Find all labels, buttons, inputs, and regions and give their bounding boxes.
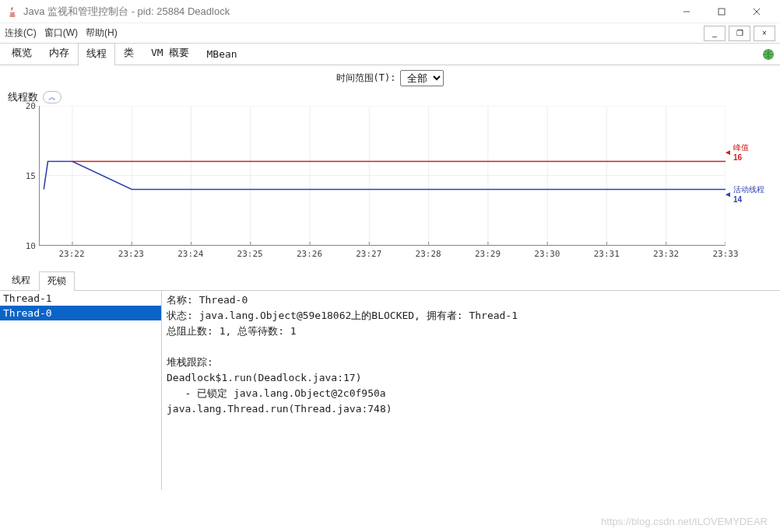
connection-status-icon xyxy=(761,47,775,61)
window-controls xyxy=(669,1,774,23)
tab-VM 概要[interactable]: VM 概要 xyxy=(142,42,198,65)
minimize-button[interactable] xyxy=(669,1,704,23)
thread-list-item[interactable]: Thread-1 xyxy=(0,291,161,306)
time-range-row: 时间范围(T): 全部 xyxy=(0,65,780,90)
watermark: https://blog.csdn.net/ILOVEMYDEAR xyxy=(601,516,768,527)
mdi-close-button[interactable]: × xyxy=(754,26,775,41)
menu-connect[interactable]: 连接(C) xyxy=(5,26,37,40)
menubar: 连接(C) 窗口(W) 帮助(H) _ ❐ × xyxy=(0,23,780,44)
thread-list[interactable]: Thread-1Thread-0 xyxy=(0,291,162,490)
thread-detail: 名称: Thread-0 状态: java.lang.Object@59e180… xyxy=(162,291,780,490)
menu-help[interactable]: 帮助(H) xyxy=(86,26,118,40)
chart-legend: 峰值16活动线程14 xyxy=(729,106,772,246)
subtab-线程[interactable]: 线程 xyxy=(3,271,39,290)
tab-MBean[interactable]: MBean xyxy=(198,44,245,65)
close-button[interactable] xyxy=(739,1,774,23)
chart-plot-area xyxy=(39,106,726,246)
time-range-label: 时间范围(T): xyxy=(336,72,396,85)
tab-类[interactable]: 类 xyxy=(115,42,142,65)
window-title: Java 监视和管理控制台 - pid: 25884 Deadlock xyxy=(23,5,669,19)
top-tabbar: 概览内存线程类VM 概要MBean xyxy=(0,44,780,65)
svg-rect-1 xyxy=(719,9,725,15)
time-range-select[interactable]: 全部 xyxy=(400,70,444,86)
mdi-restore-button[interactable]: ❐ xyxy=(729,26,750,41)
java-icon xyxy=(6,5,19,18)
deadlock-pane: Thread-1Thread-0 名称: Thread-0 状态: java.l… xyxy=(0,291,780,490)
tab-内存[interactable]: 内存 xyxy=(40,42,78,65)
sub-tabbar: 线程死锁 xyxy=(0,272,780,291)
chart-y-axis: 101520 xyxy=(8,106,39,261)
chart-x-axis: 23:2223:2323:2423:2523:2623:2723:2823:29… xyxy=(39,247,726,261)
tab-概览[interactable]: 概览 xyxy=(3,42,40,65)
collapse-chart-button[interactable]: ︽ xyxy=(43,91,61,103)
mdi-minimize-button[interactable]: _ xyxy=(704,26,726,41)
maximize-button[interactable] xyxy=(704,1,739,23)
titlebar: Java 监视和管理控制台 - pid: 25884 Deadlock xyxy=(0,0,780,23)
thread-list-item[interactable]: Thread-0 xyxy=(0,306,161,320)
subtab-死锁[interactable]: 死锁 xyxy=(39,271,75,291)
menu-window[interactable]: 窗口(W) xyxy=(44,26,78,40)
tab-线程[interactable]: 线程 xyxy=(78,43,115,65)
thread-chart-panel: 线程数 ︽ 101520 峰值16活动线程14 23:2223:2323:242… xyxy=(0,90,780,266)
